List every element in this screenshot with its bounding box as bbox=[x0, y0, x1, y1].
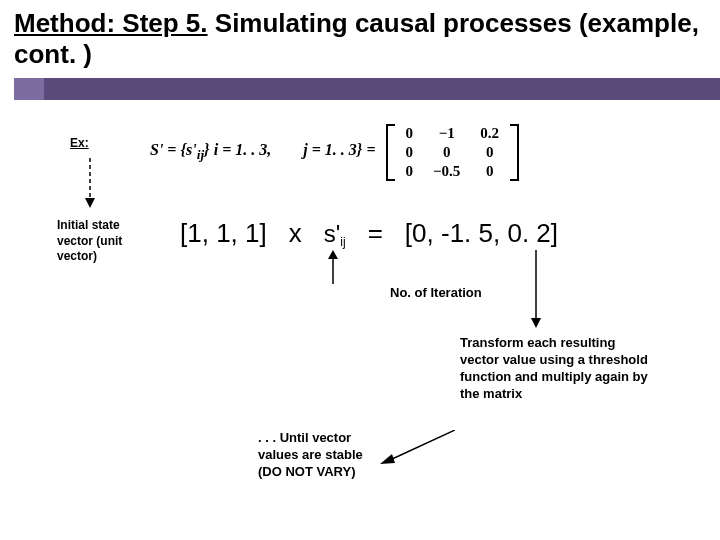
matrix-cell: −0.5 bbox=[423, 162, 470, 181]
formula-mid1: } i = 1. . 3, bbox=[204, 141, 271, 158]
matrix-cell: −1 bbox=[423, 124, 470, 143]
formula-lhs: S' = {s' bbox=[150, 141, 197, 158]
iteration-label: No. of Iteration bbox=[390, 285, 482, 300]
title-bar bbox=[0, 78, 720, 100]
bar-main bbox=[44, 78, 720, 100]
example-label: Ex: bbox=[70, 136, 89, 150]
until-stable-label: . . . Until vector values are stable (DO… bbox=[258, 430, 378, 481]
formula-mid2: j = 1. . 3} = bbox=[303, 141, 375, 158]
transform-label: Transform each resulting vector value us… bbox=[460, 335, 650, 403]
arrow-down-icon bbox=[529, 250, 543, 328]
initial-state-label: Initial state vector (unit vector) bbox=[57, 218, 157, 265]
s-prime: s' bbox=[324, 220, 341, 247]
multiply-symbol: x bbox=[289, 218, 302, 249]
arrow-left-icon bbox=[380, 430, 455, 470]
svg-marker-1 bbox=[85, 198, 95, 208]
s-sub: ij bbox=[340, 235, 345, 249]
arrow-up-icon bbox=[326, 250, 340, 284]
title-underlined: Method: Step 5. bbox=[14, 8, 208, 38]
dashed-down-arrow-icon bbox=[82, 158, 98, 208]
matrix-cell: 0 bbox=[470, 143, 509, 162]
equals-symbol: = bbox=[368, 218, 383, 249]
matrix: 0 −1 0.2 0 0 0 0 −0.5 0 bbox=[386, 124, 520, 181]
matrix-cell: 0 bbox=[396, 162, 424, 181]
slide-title: Method: Step 5. Simulating causal proces… bbox=[14, 8, 706, 70]
svg-marker-7 bbox=[380, 454, 395, 464]
matrix-cell: 0.2 bbox=[470, 124, 509, 143]
svg-marker-5 bbox=[531, 318, 541, 328]
formula-definition: S' = {s'ij} i = 1. . 3, j = 1. . 3} = 0 … bbox=[150, 124, 519, 181]
matrix-cell: 0 bbox=[423, 143, 470, 162]
result-vector: [0, -1. 5, 0. 2] bbox=[405, 218, 558, 249]
s-prime-ij: s'ij bbox=[324, 220, 346, 248]
formula-sub1: ij bbox=[197, 148, 204, 163]
svg-line-6 bbox=[390, 430, 455, 460]
bar-accent bbox=[14, 78, 44, 100]
svg-marker-3 bbox=[328, 250, 338, 259]
matrix-cell: 0 bbox=[396, 124, 424, 143]
matrix-cell: 0 bbox=[396, 143, 424, 162]
equation-row: [1, 1, 1] x s'ij = [0, -1. 5, 0. 2] bbox=[180, 218, 558, 249]
matrix-cell: 0 bbox=[470, 162, 509, 181]
unit-vector: [1, 1, 1] bbox=[180, 218, 267, 249]
